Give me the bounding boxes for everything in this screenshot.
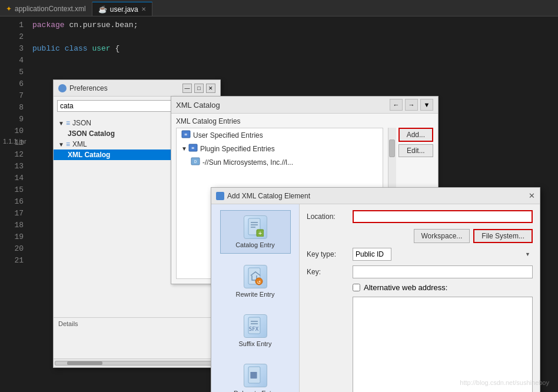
xml-catalog-nav: ← → ▼ [390, 99, 433, 111]
rewrite-entry-icon: ↺ [244, 265, 267, 288]
location-input[interactable] [353, 210, 533, 223]
svg-text:↺: ↺ [257, 278, 260, 285]
icon-rewrite-entry[interactable]: ↺ Rewrite Entry [220, 260, 291, 303]
json-catalog-label: JSON Catalog [68, 129, 115, 138]
entry-plugin-specified[interactable]: ▼ ≡ Plugin Specified Entries [177, 142, 383, 155]
preferences-scrollbar-thumb [67, 361, 102, 365]
key-input[interactable] [353, 265, 533, 278]
icon-suffix-entry[interactable]: SFX Suffix Entry [220, 309, 291, 353]
line-1: 1 package cn.pursue.bean; [0, 19, 558, 31]
maximize-button[interactable]: □ [194, 84, 204, 93]
tab-icon-xml: ✦ [6, 5, 12, 13]
key-label: Key: [307, 268, 348, 276]
line-5: 5 [0, 67, 558, 78]
key-type-select[interactable]: Public ID System ID URI [353, 248, 391, 261]
alt-web-label: Alternative web address: [364, 283, 447, 292]
add-xml-dialog: Add XML Catalog Element ✕ + Catalog Entr… [211, 187, 540, 392]
tab-close-userjava[interactable]: ✕ [141, 6, 146, 12]
add-button[interactable]: Add... [398, 128, 433, 142]
tab-applicationcontext[interactable]: ✦ applicationContext.xml [0, 2, 92, 16]
nav-dropdown-button[interactable]: ▼ [420, 99, 433, 111]
icon-catalog-entry[interactable]: + Catalog Entry [220, 210, 291, 254]
delegate-entry-label: Delegate Entry [234, 390, 277, 392]
tab-label-userjava: user.java [110, 5, 138, 14]
json-label: JSON [72, 119, 91, 127]
details-area: Details [54, 317, 220, 358]
svg-text:D: D [194, 160, 197, 164]
plugin-entries-label: Plugin Specified Entries [200, 145, 275, 153]
jar-label: 1.1.1.jar [3, 138, 26, 145]
svg-text:≡: ≡ [185, 132, 188, 137]
add-xml-close-icon[interactable]: ✕ [529, 191, 535, 200]
xml-icon: ≡ [66, 140, 70, 148]
minimize-button[interactable]: — [182, 84, 192, 93]
icons-panel: + Catalog Entry ↺ Rewrite Entry [211, 204, 300, 392]
xml-catalog-label: XML Catalog [68, 151, 110, 159]
file-system-button[interactable]: File System... [473, 229, 533, 243]
preferences-title: Preferences [69, 84, 108, 92]
xml-catalog-header: XML Catalog ← → ▼ [171, 97, 438, 114]
rewrite-entry-label: Rewrite Entry [235, 291, 274, 298]
location-buttons: Workspace... File System... [307, 229, 533, 243]
add-xml-title: Add XML Catalog Element [227, 192, 310, 200]
location-label: Location: [307, 212, 348, 221]
preferences-titlebar: Preferences — □ ✕ [54, 80, 220, 97]
user-entries-icon: ≡ [181, 129, 191, 141]
xml-label: XML [72, 140, 87, 148]
details-label: Details [58, 320, 78, 327]
icon-delegate-entry[interactable]: ▦ Delegate Entry [220, 358, 291, 392]
line-3: 3 public class user { [0, 43, 558, 55]
sun-entry-icon: D [191, 157, 200, 168]
tab-icon-java: ☕ [98, 5, 107, 14]
close-button[interactable]: ✕ [206, 84, 215, 93]
preferences-h-scrollbar[interactable] [55, 361, 219, 366]
line-4: 4 [0, 55, 558, 67]
workspace-button[interactable]: Workspace... [414, 229, 470, 243]
suffix-entry-icon: SFX [244, 314, 267, 338]
add-xml-titlebar: Add XML Catalog Element ✕ [211, 188, 540, 204]
preferences-icon [58, 84, 67, 92]
form-panel: Location: Workspace... File System... Ke… [300, 204, 540, 392]
key-type-select-wrapper: Public ID System ID URI ▼ [353, 248, 533, 261]
delegate-entry-icon: ▦ [244, 364, 267, 387]
entries-label: XML Catalog Entries [171, 114, 438, 128]
left-bar: 1.1.1.jar [0, 16, 41, 392]
sun-entry-label: -//Sun Microsystems, Inc.//l... [202, 158, 293, 167]
key-row: Key: [307, 265, 533, 278]
tab-label-applicationcontext: applicationContext.xml [15, 5, 86, 13]
key-type-label: Key type: [307, 250, 348, 258]
preferences-window-controls: — □ ✕ [182, 84, 215, 93]
svg-text:▦: ▦ [250, 368, 257, 380]
nav-forward-button[interactable]: → [405, 99, 418, 111]
user-entries-label: User Specified Entries [193, 131, 263, 139]
watermark: http://blog.csdn.net/sushineboy [460, 379, 549, 386]
preferences-scrollbar[interactable] [54, 358, 220, 367]
entry-user-specified[interactable]: ≡ User Specified Entries [177, 128, 383, 142]
xml-expand-arrow: ▼ [58, 141, 64, 148]
plugin-expand-arrow: ▼ [181, 145, 187, 152]
svg-text:SFX: SFX [248, 326, 258, 332]
select-arrow-icon: ▼ [525, 251, 530, 257]
entry-sun[interactable]: D -//Sun Microsystems, Inc.//l... [177, 155, 383, 169]
edit-button[interactable]: Edit... [398, 144, 433, 157]
catalog-entry-icon: + [244, 215, 267, 239]
json-icon: ≡ [66, 119, 70, 127]
tab-userjava[interactable]: ☕ user.java ✕ [92, 2, 152, 16]
svg-text:+: + [258, 230, 261, 237]
alt-web-row: Alternative web address: [307, 283, 533, 292]
key-type-row: Key type: Public ID System ID URI ▼ [307, 248, 533, 261]
alt-web-input[interactable] [353, 297, 533, 392]
entries-vscrollbar-thumb [389, 139, 395, 157]
catalog-entry-label: Catalog Entry [235, 241, 275, 248]
nav-back-button[interactable]: ← [390, 99, 403, 111]
svg-text:≡: ≡ [191, 145, 194, 151]
editor-tabs: ✦ applicationContext.xml ☕ user.java ✕ [0, 0, 558, 16]
suffix-entry-label: Suffix Entry [238, 340, 271, 347]
alt-web-checkbox[interactable] [353, 284, 360, 291]
location-row: Location: [307, 210, 533, 223]
add-xml-icon [216, 192, 224, 200]
line-2: 2 [0, 31, 558, 43]
add-xml-body: + Catalog Entry ↺ Rewrite Entry [211, 204, 540, 392]
xml-catalog-title: XML Catalog [176, 101, 220, 109]
plugin-entries-icon: ≡ [188, 143, 198, 154]
